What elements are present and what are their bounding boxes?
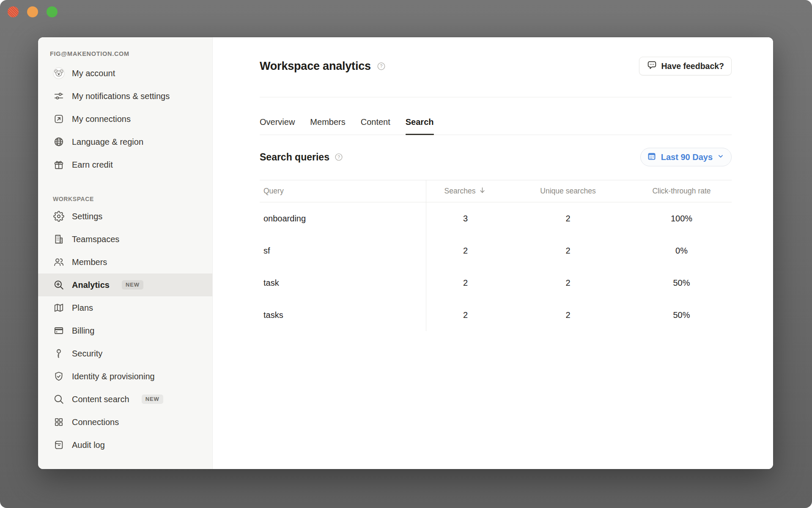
searches-cell: 2 xyxy=(426,299,505,331)
unique-searches-cell: 2 xyxy=(505,235,631,267)
calendar-icon xyxy=(647,151,657,163)
analytics-main-panel: Workspace analytics ? xyxy=(213,37,773,469)
svg-text:?: ? xyxy=(337,155,340,160)
tab-members[interactable]: Members xyxy=(310,117,345,135)
query-cell: task xyxy=(260,267,426,299)
sidebar-item-teamspaces[interactable]: Teamspaces xyxy=(38,228,212,251)
section-title: Search queries xyxy=(260,152,329,163)
tab-overview[interactable]: Overview xyxy=(260,117,295,135)
tab-search[interactable]: Search xyxy=(406,117,434,135)
credit-card-icon xyxy=(53,325,65,336)
magnifier-plus-icon xyxy=(53,279,65,290)
sidebar-item-content-search[interactable]: Content search NEW xyxy=(38,388,212,411)
sidebar-item-label: Security xyxy=(72,348,102,359)
people-icon xyxy=(53,257,65,268)
avatar xyxy=(53,67,65,79)
arrow-up-right-icon xyxy=(53,113,65,124)
sidebar-item-label: Identity & provisioning xyxy=(72,371,155,382)
analytics-tabs: Overview Members Content Search xyxy=(260,97,732,135)
sidebar-item-label: Connections xyxy=(72,417,119,428)
key-icon xyxy=(53,348,65,359)
tab-content[interactable]: Content xyxy=(361,117,390,135)
feedback-button-label: Have feedback? xyxy=(661,61,724,71)
click-through-rate-cell: 100% xyxy=(631,202,732,235)
shield-check-icon xyxy=(53,371,65,382)
search-queries-section-header: Search queries ? xyxy=(260,148,732,166)
search-queries-table: Query Searches Unique searches Click-thr… xyxy=(260,180,732,331)
click-through-rate-cell: 0% xyxy=(631,235,732,267)
sidebar-item-label: Earn credit xyxy=(72,159,113,171)
sidebar-item-label: Analytics xyxy=(72,279,110,291)
click-through-rate-cell: 50% xyxy=(631,299,732,331)
sidebar-item-plans[interactable]: Plans xyxy=(38,296,212,319)
close-window-button[interactable] xyxy=(8,6,19,17)
new-badge: NEW xyxy=(122,280,143,290)
sidebar-item-label: My notifications & settings xyxy=(72,91,170,102)
column-header-unique-searches[interactable]: Unique searches xyxy=(505,180,631,202)
account-section: My account My notifications & settings xyxy=(38,62,212,176)
sidebar-item-label: Audit log xyxy=(72,439,105,451)
searches-cell: 2 xyxy=(426,267,505,299)
feedback-bubble-icon xyxy=(647,60,657,72)
help-icon[interactable]: ? xyxy=(376,61,386,71)
map-icon xyxy=(53,302,65,313)
settings-sidebar: FIG@MAKENOTION.COM My account xyxy=(38,37,213,469)
unique-searches-cell: 2 xyxy=(505,202,631,235)
gift-icon xyxy=(53,159,65,170)
query-cell: sf xyxy=(260,235,426,267)
column-header-searches[interactable]: Searches xyxy=(426,180,505,202)
sidebar-item-my-account[interactable]: My account xyxy=(38,62,212,85)
sidebar-item-label: My account xyxy=(72,68,115,79)
sidebar-item-members[interactable]: Members xyxy=(38,251,212,273)
page-title: Workspace analytics xyxy=(260,60,371,73)
sidebar-item-label: My connections xyxy=(72,113,131,125)
new-badge: NEW xyxy=(142,395,163,404)
column-header-query[interactable]: Query xyxy=(260,180,426,202)
query-cell: onboarding xyxy=(260,202,426,235)
searches-cell: 3 xyxy=(426,202,505,235)
sort-desc-icon xyxy=(478,186,486,196)
sidebar-item-my-connections[interactable]: My connections xyxy=(38,108,212,130)
sidebar-item-identity-provisioning[interactable]: Identity & provisioning xyxy=(38,365,212,388)
sliders-icon xyxy=(53,91,65,102)
globe-icon xyxy=(53,136,65,147)
sidebar-item-label: Settings xyxy=(72,211,102,222)
sidebar-item-billing[interactable]: Billing xyxy=(38,319,212,342)
click-through-rate-cell: 50% xyxy=(631,267,732,299)
sidebar-item-language-region[interactable]: Language & region xyxy=(38,130,212,153)
unique-searches-cell: 2 xyxy=(505,299,631,331)
scroll-icon xyxy=(53,439,65,450)
query-cell: tasks xyxy=(260,299,426,331)
account-email-label: FIG@MAKENOTION.COM xyxy=(50,49,212,58)
sidebar-item-label: Teamspaces xyxy=(72,234,119,245)
grid-icon xyxy=(53,417,65,428)
date-range-label: Last 90 Days xyxy=(661,152,713,162)
unique-searches-cell: 2 xyxy=(505,267,631,299)
sidebar-item-earn-credit[interactable]: Earn credit xyxy=(38,153,212,176)
sidebar-item-label: Language & region xyxy=(72,136,143,148)
date-range-filter-button[interactable]: Last 90 Days xyxy=(640,148,732,166)
workspace-section-label: WORKSPACE xyxy=(53,195,212,203)
page-header: Workspace analytics ? xyxy=(260,57,732,75)
zoom-window-button[interactable] xyxy=(47,6,58,17)
sidebar-item-audit-log[interactable]: Audit log xyxy=(38,433,212,456)
workspace-section: Settings Teamspaces xyxy=(38,205,212,456)
sidebar-item-label: Members xyxy=(72,257,107,268)
have-feedback-button[interactable]: Have feedback? xyxy=(639,57,732,75)
sidebar-item-security[interactable]: Security xyxy=(38,342,212,365)
sidebar-item-label: Plans xyxy=(72,302,93,314)
settings-window: FIG@MAKENOTION.COM My account xyxy=(38,37,773,469)
searches-cell: 2 xyxy=(426,235,505,267)
window-controls xyxy=(8,6,58,17)
building-icon xyxy=(53,234,65,245)
column-header-click-through-rate[interactable]: Click-through rate xyxy=(631,180,732,202)
sidebar-item-connections[interactable]: Connections xyxy=(38,411,212,433)
help-icon[interactable]: ? xyxy=(334,152,343,162)
chevron-down-icon xyxy=(717,152,724,162)
gear-icon xyxy=(53,211,65,222)
sidebar-item-settings[interactable]: Settings xyxy=(38,205,212,228)
minimize-window-button[interactable] xyxy=(27,6,38,17)
sidebar-item-label: Billing xyxy=(72,325,94,337)
sidebar-item-analytics[interactable]: Analytics NEW xyxy=(38,273,212,296)
sidebar-item-my-notifications-settings[interactable]: My notifications & settings xyxy=(38,85,212,108)
